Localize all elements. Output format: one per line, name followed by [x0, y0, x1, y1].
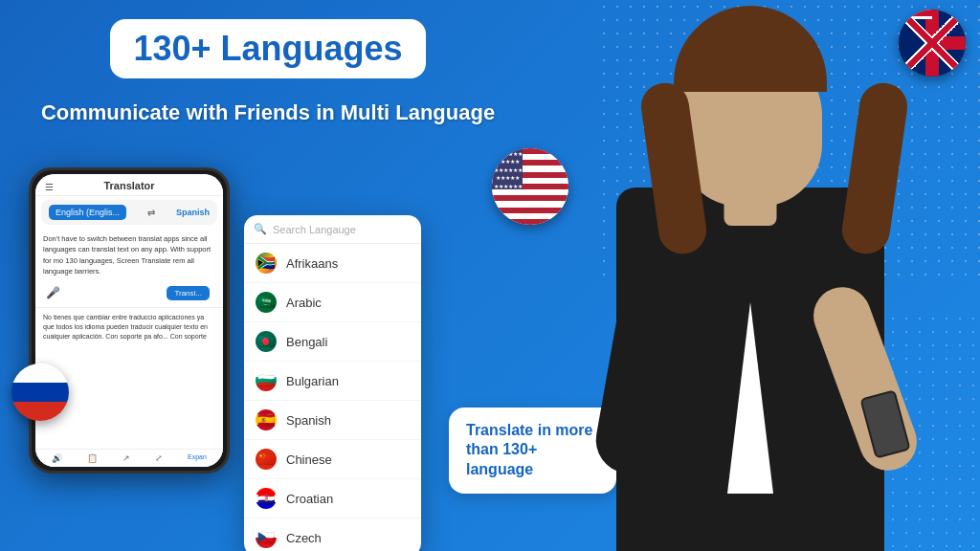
expand-icon[interactable]: ⤢ — [155, 453, 163, 463]
ru-blue — [11, 383, 69, 402]
language-bar[interactable]: English (Englis... ⇄ Spanish — [41, 200, 217, 225]
title-box: 130+ Languages — [110, 19, 425, 78]
app-subtitle: Communicate with Friends in Multi Langua… — [29, 99, 507, 127]
lang-item-arabic[interactable]: 🇸🇦Arabic — [244, 283, 421, 322]
flag-bengali: 🇧🇩 — [256, 331, 277, 352]
lang-item-bulgarian[interactable]: 🇧🇬Bulgarian — [244, 362, 421, 401]
lang-name-bulgarian: Bulgarian — [286, 374, 339, 388]
phone-header: ☰ Translator — [35, 174, 223, 196]
language-list: 🇿🇦Afrikaans🇸🇦Arabic🇧🇩Bengali🇧🇬Bulgarian🇪… — [244, 244, 421, 551]
flag-croatian: 🇭🇷 — [256, 488, 277, 509]
lang-item-afrikaans[interactable]: 🇿🇦Afrikaans — [244, 244, 421, 283]
flag-czech: 🇨🇿 — [256, 527, 277, 548]
language-panel: 🔍 Search Langauge 🇿🇦Afrikaans🇸🇦Arabic🇧🇩B… — [244, 215, 421, 551]
search-placeholder: Search Langauge — [273, 224, 356, 235]
search-bar: 🔍 Search Langauge — [244, 215, 421, 244]
translate-button[interactable]: Transl... — [167, 286, 210, 300]
menu-icon[interactable]: ☰ — [45, 182, 54, 192]
flag-afrikaans: 🇿🇦 — [256, 253, 277, 274]
speaker-icon[interactable]: 🔊 — [52, 453, 62, 463]
flag-spanish: 🇪🇸 — [256, 409, 277, 430]
person-silhouette — [588, 15, 913, 551]
mic-icon[interactable]: 🎤 — [43, 283, 63, 302]
lang-item-bengali[interactable]: 🇧🇩Bengali — [244, 322, 421, 362]
lang-item-chinese[interactable]: 🇨🇳Chinese — [244, 440, 421, 479]
lang-name-czech: Czech — [286, 531, 322, 545]
search-icon: 🔍 — [254, 223, 267, 235]
lang-name-afrikaans: Afrikaans — [286, 256, 338, 271]
lang-swap-icon[interactable]: ⇄ — [147, 208, 155, 218]
lang-name-spanish: Spanish — [286, 413, 331, 428]
lang-name-bengali: Bengali — [286, 335, 327, 349]
ru-flag — [11, 364, 69, 421]
person-area — [568, 0, 932, 551]
lang-name-arabic: Arabic — [286, 296, 322, 310]
source-text: Don't have to switch between translat ap… — [35, 229, 223, 281]
phone-screen: ☰ Translator English (Englis... ⇄ Spanis… — [35, 174, 223, 467]
expand-label[interactable]: Expan — [188, 453, 207, 463]
app-title: 130+ Languages — [133, 29, 402, 68]
lang-item-czech[interactable]: 🇨🇿Czech — [244, 518, 421, 551]
flag-chinese: 🇨🇳 — [256, 449, 277, 470]
lang-to[interactable]: Spanish — [176, 208, 210, 217]
lang-item-spanish[interactable]: 🇪🇸Spanish — [244, 401, 421, 440]
lang-name-chinese: Chinese — [286, 452, 332, 467]
lang-item-croatian[interactable]: 🇭🇷Croatian — [244, 479, 421, 518]
us-flag-ball: ★★★★★★★★★★★★★★★★★★★★★★★★★★★★ — [492, 148, 568, 225]
lang-name-croatian: Croatian — [286, 492, 333, 506]
lang-from[interactable]: English (Englis... — [49, 205, 126, 220]
share-icon[interactable]: ↗ — [122, 453, 130, 463]
translated-text: No tienes que cambiar entre traduccio ap… — [35, 307, 223, 345]
ru-flag-ball — [11, 364, 69, 421]
us-flag: ★★★★★★★★★★★★★★★★★★★★★★★★★★★★ — [492, 148, 568, 225]
copy-icon[interactable]: 📋 — [87, 453, 98, 463]
phone-mockup: ☰ Translator English (Englis... ⇄ Spanis… — [29, 167, 230, 474]
app-title-phone: Translator — [103, 180, 154, 191]
flag-arabic: 🇸🇦 — [256, 292, 277, 313]
phone-bottom-bar: 🔊 📋 ↗ ⤢ Expan — [35, 449, 223, 467]
flag-bulgarian: 🇧🇬 — [256, 370, 277, 391]
us-canton: ★★★★★★★★★★★★★★★★★★★★★★★★★★★★ — [492, 148, 523, 189]
